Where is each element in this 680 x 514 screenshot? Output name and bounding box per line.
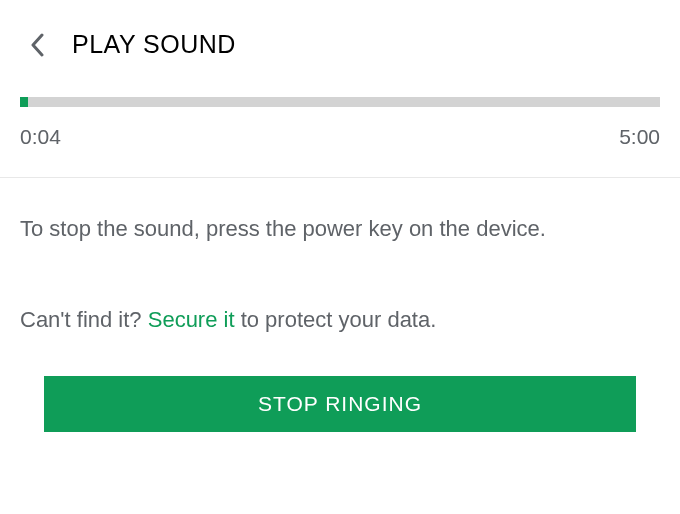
time-labels: 0:04 5:00 <box>20 125 660 149</box>
back-icon[interactable] <box>30 33 44 57</box>
progress-section: 0:04 5:00 <box>0 87 680 177</box>
instruction-text: To stop the sound, press the power key o… <box>20 214 660 245</box>
total-time: 5:00 <box>619 125 660 149</box>
header: PLAY SOUND <box>0 0 680 87</box>
progress-fill <box>20 97 28 107</box>
progress-bar[interactable] <box>20 97 660 107</box>
cant-find-suffix: to protect your data. <box>235 307 437 332</box>
message-section: To stop the sound, press the power key o… <box>0 178 680 336</box>
play-sound-panel: PLAY SOUND 0:04 5:00 To stop the sound, … <box>0 0 680 514</box>
secure-it-link[interactable]: Secure it <box>148 307 235 332</box>
cant-find-line: Can't find it? Secure it to protect your… <box>20 305 660 336</box>
button-wrap: STOP RINGING <box>0 336 680 456</box>
stop-ringing-button[interactable]: STOP RINGING <box>44 376 636 432</box>
elapsed-time: 0:04 <box>20 125 61 149</box>
cant-find-prefix: Can't find it? <box>20 307 148 332</box>
page-title: PLAY SOUND <box>72 30 236 59</box>
